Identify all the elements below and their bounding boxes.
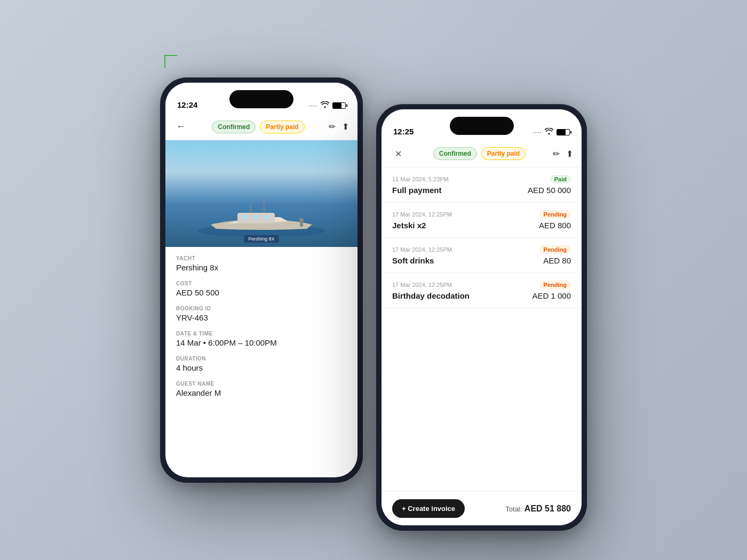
header-actions-2: ✏ ⬆	[553, 149, 573, 159]
yacht-label-text: YACHT	[176, 255, 347, 261]
invoice-item-1: 17 Mar 2024, 12:25PM Pending Jetski x2 A…	[382, 203, 582, 238]
cost-value: AED 50 500	[176, 288, 347, 297]
header-badges-2: Confirmed Partly paid	[410, 147, 549, 160]
svg-rect-4	[263, 215, 269, 219]
guest-value: Alexander M	[176, 388, 347, 397]
wifi-icon-1	[321, 101, 329, 109]
header-actions-1: ✏ ⬆	[329, 122, 349, 132]
partly-paid-badge-2: Partly paid	[481, 147, 526, 160]
booking-details: YACHT Pershing 8x COST AED 50 500 BOOKIN…	[165, 247, 357, 414]
share-icon-1[interactable]: ⬆	[342, 122, 349, 132]
total-amount: AED 51 880	[525, 504, 571, 513]
phone-1-screen: 12:24 ····	[165, 83, 357, 477]
invoice-header-1: 17 Mar 2024, 12:25PM Pending	[392, 210, 571, 219]
yacht-value: Pershing 8x	[176, 263, 347, 272]
detail-duration: DURATION 4 hours	[176, 356, 347, 372]
phone-2-content: ✕ Confirmed Partly paid ✏ ⬆ 11	[382, 140, 582, 525]
share-icon-2[interactable]: ⬆	[566, 149, 573, 159]
duration-value: 4 hours	[176, 363, 347, 372]
total-label: Total:	[505, 505, 522, 513]
booking-id-label: BOOKING ID	[176, 306, 347, 311]
phone-1-header: ← Confirmed Partly paid ✏ ⬆	[165, 114, 357, 140]
svg-rect-3	[252, 215, 259, 219]
confirmed-badge-1: Confirmed	[212, 121, 256, 133]
invoice-amount-0: AED 50 000	[528, 186, 571, 195]
invoice-date-0: 11 Mar 2024, 5:23PM	[392, 176, 449, 182]
phone-2-screen: 12:25 ····	[382, 109, 582, 525]
status-icons-1: ····	[309, 101, 346, 109]
dynamic-island-2	[450, 117, 514, 135]
svg-rect-2	[242, 215, 248, 219]
invoice-name-2: Soft drinks	[392, 256, 434, 265]
detail-yacht: YACHT Pershing 8x	[176, 255, 347, 272]
detail-cost: COST AED 50 500	[176, 281, 347, 297]
invoice-body-0: Full payment AED 50 000	[392, 186, 571, 195]
invoice-item-3: 17 Mar 2024, 12:25PM Pending Birthday de…	[382, 273, 582, 308]
time-2: 12:25	[393, 127, 414, 136]
time-1: 12:24	[177, 100, 197, 109]
invoice-name-3: Birthday decodation	[392, 291, 470, 300]
invoice-status-1: Pending	[539, 210, 571, 219]
invoice-name-0: Full payment	[392, 186, 442, 195]
confirmed-badge-2: Confirmed	[433, 147, 477, 160]
dynamic-island-1	[229, 90, 293, 108]
svg-point-7	[299, 218, 304, 222]
invoice-date-3: 17 Mar 2024, 12:25PM	[392, 282, 452, 288]
detail-date: DATE & TIME 14 Mar • 6:00PM – 10:00PM	[176, 331, 347, 347]
status-icons-2: ····	[533, 128, 570, 136]
close-button[interactable]: ✕	[390, 146, 406, 162]
duration-label: DURATION	[176, 356, 347, 362]
invoice-header-3: 17 Mar 2024, 12:25PM Pending	[392, 281, 571, 289]
wifi-icon-2	[545, 128, 553, 136]
yacht-label: Pershing 8X	[244, 235, 279, 243]
edit-icon-2[interactable]: ✏	[553, 149, 560, 159]
invoice-item-0: 11 Mar 2024, 5:23PM Paid Full payment AE…	[382, 167, 582, 203]
invoice-header-0: 11 Mar 2024, 5:23PM Paid	[392, 175, 571, 183]
invoice-amount-3: AED 1 000	[532, 291, 571, 300]
detail-guest: GUEST NAME Alexander M	[176, 381, 347, 397]
invoice-status-2: Pending	[539, 245, 571, 254]
corner-decoration-tl	[164, 55, 177, 68]
invoice-item-2: 17 Mar 2024, 12:25PM Pending Soft drinks…	[382, 238, 582, 273]
invoice-status-3: Pending	[539, 281, 571, 289]
header-badges-1: Confirmed Partly paid	[192, 121, 324, 133]
invoice-status-0: Paid	[550, 175, 571, 183]
yacht-image: Pershing 8X	[165, 140, 357, 247]
invoice-body-1: Jetski x2 AED 800	[392, 221, 571, 230]
invoice-body-3: Birthday decodation AED 1 000	[392, 291, 571, 300]
yacht-illustration	[195, 194, 328, 236]
phone-2-header: ✕ Confirmed Partly paid ✏ ⬆	[382, 140, 582, 167]
invoice-footer: + Create invoice Total: AED 51 880	[382, 491, 582, 525]
svg-rect-8	[300, 222, 303, 227]
back-button[interactable]: ←	[174, 119, 188, 134]
signal-dots-1: ····	[309, 102, 317, 109]
edit-icon-1[interactable]: ✏	[329, 122, 336, 132]
phone-1: 12:24 ····	[160, 77, 363, 483]
date-value: 14 Mar • 6:00PM – 10:00PM	[176, 338, 347, 347]
detail-booking-id: BOOKING ID YRV-463	[176, 306, 347, 322]
invoice-header-2: 17 Mar 2024, 12:25PM Pending	[392, 245, 571, 254]
signal-dots-2: ····	[533, 129, 542, 135]
invoice-date-1: 17 Mar 2024, 12:25PM	[392, 211, 452, 218]
cost-label: COST	[176, 281, 347, 286]
battery-icon-2	[557, 129, 570, 135]
invoice-body-2: Soft drinks AED 80	[392, 256, 571, 265]
create-invoice-button[interactable]: + Create invoice	[392, 499, 465, 518]
partly-paid-badge-1: Partly paid	[260, 121, 304, 133]
invoice-amount-1: AED 800	[539, 221, 571, 230]
invoice-list: 11 Mar 2024, 5:23PM Paid Full payment AE…	[382, 167, 582, 308]
phone-2: 12:25 ····	[376, 104, 587, 531]
date-label: DATE & TIME	[176, 331, 347, 337]
phone-1-content: ← Confirmed Partly paid ✏ ⬆	[165, 114, 357, 477]
total-section: Total: AED 51 880	[505, 504, 571, 514]
invoice-amount-2: AED 80	[543, 256, 571, 265]
booking-id-value: YRV-463	[176, 313, 347, 322]
battery-icon-1	[332, 102, 346, 109]
phones-container: 12:24 ····	[160, 51, 587, 509]
invoice-date-2: 17 Mar 2024, 12:25PM	[392, 246, 452, 253]
guest-label: GUEST NAME	[176, 381, 347, 387]
invoice-name-1: Jetski x2	[392, 221, 426, 230]
